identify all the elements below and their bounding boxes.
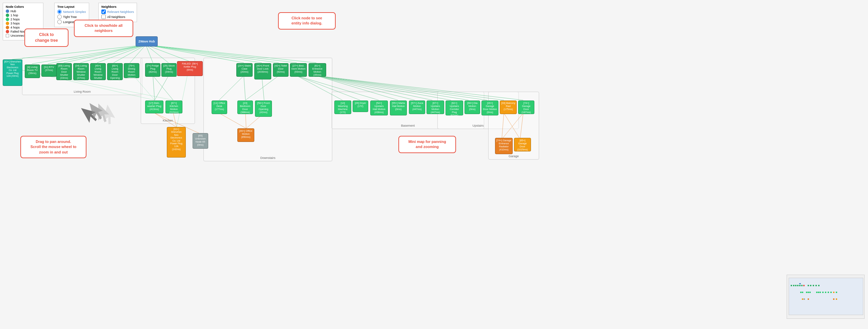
neighbors-all-cb[interactable] [101,15,106,19]
node-fridge[interactable]: [7+] FridgePlug(82ms) [145,63,160,77]
legend-3hops-label: 3 hops [11,22,20,25]
legend-3hops-dot [6,22,9,25]
connection-lines [0,0,868,329]
legend-4hops-label: 4 hops [11,26,20,29]
node-dishwasher[interactable]: [17] Dish-washer Plug(413ms) [145,100,163,113]
neighbors-panel: Neighbors Relevant Neighbors All Neighbo… [98,3,137,22]
node-staircase[interactable]: [24+] StaireCase(20ms) [236,63,253,77]
node-bedroom-motion[interactable]: [27+] Bed-room Motion(93ms) [290,63,307,77]
node-n65[interactable]: [65] LivingRoom DoorShutter(33ms) [56,63,72,80]
tree-option-tight[interactable]: Tight Tree [57,15,86,19]
neighbors-title: Neighbors [101,5,134,8]
tree-tight-label: Tight Tree [63,15,77,19]
legend-2hops: 2 hops [6,18,40,21]
legend-4hops-dot [6,26,9,29]
node-office-motion[interactable]: [46+] OfficeMotion(850ms) [237,128,254,142]
legend-1hop: 1 hop [6,14,40,17]
legend-title: Node Colors [6,5,40,8]
node-kitchen-motion[interactable]: [67+] KitchenMotion(313ms) [165,100,182,113]
callout-show-neighbors-text: Click to show/hide allneighbors [85,23,123,33]
node-n31[interactable]: [31] RTV(37ms) [41,65,57,77]
node-balcony[interactable]: [33] BalconyRad(175ms) [500,100,517,114]
legend-1hop-dot [6,14,9,17]
tree-radio-tight[interactable] [57,15,62,19]
tree-layout-title: Tree Layout [57,5,86,8]
legend-2hops-dot [6,18,9,21]
node-zuca[interactable]: [57+] ZucaMotion(447ms) [409,100,425,114]
main-canvas[interactable]: Living Room Kitchen Downstairs Basement … [0,0,868,329]
node-upstairs-hall[interactable]: [54+] UpstairsHall Motion(438ms) [370,100,388,115]
callout-entity-info-text: Click node to seeentity info dialog. [291,16,322,25]
node-garage-door-motion[interactable]: [20+] GarageDoor Motion(0ms) [481,100,498,115]
node-n45[interactable]: [45+] LivingRoomWindowShutter(37ms) [90,63,106,80]
legend-2hops-label: 2 hops [11,18,20,21]
tree-option-simplex[interactable]: Network Simplex [57,10,86,14]
neighbors-relevant-label: Relevant Neighbors [107,10,134,14]
callout-change-tree-text: Click tochange tree [35,32,58,43]
neighbors-relevant[interactable]: Relevant Neighbors [101,10,134,14]
legend-hub: Hub [6,10,40,13]
callout-mini-map-text: Mini map for panningand zooming [408,140,446,149]
tree-radio-simplex[interactable] [57,10,62,14]
room-label-garage: Garage [509,154,519,158]
node-garage-entrance[interactable]: [74+] GarageEntranceRadiator(410ms) [495,138,513,154]
node-toilet-door[interactable]: [42+] ToiletDoor(92ms) [273,63,289,77]
room-label-kitchen: Kitchen [163,119,173,122]
callout-change-tree: Click tochange tree [24,29,68,47]
tree-simplex-label: Network Simplex [63,10,86,14]
minimap[interactable] [787,275,865,319]
callout-mini-map: Mini map for panningand zooming [398,136,456,153]
node-garage-door2[interactable]: [65+] GarageDoor(1025ms) [514,138,531,151]
legend-hub-dot [6,10,9,13]
node-n79[interactable]: [79+] DiningRoomMotion(33ms) [124,63,139,78]
node-washing[interactable]: [10] WashingMachine(172) [334,100,351,114]
node-stove[interactable]: [25] StovePlug(34ms) [161,63,177,77]
node-dia-motion[interactable]: [66+] DiaMotion(0ms) [465,100,480,114]
node-shenzhen2[interactable]: [62+] ShenzhenNeoElectronicsCo. LtdPower… [167,127,186,158]
legend-3hops: 3 hops [6,22,40,25]
callout-entity-info: Click node to seeentity info dialog. [278,12,336,30]
node-garage-door[interactable]: [74+] GarageDoor(187ms) [518,100,534,114]
callout-drag-pan-text: Drag to pan around.Scroll the mouse whee… [31,140,77,154]
node-failed-kettle[interactable]: FAILED: [56+]Kettle Plug(0ms) [177,61,203,76]
neighbors-all[interactable]: All Neighbors [101,15,134,19]
node-marta-hall[interactable]: [55+] MartaHall Motion(0ms) [390,100,407,115]
legend-unconnected-square [6,34,9,37]
tree-radio-longest[interactable] [57,20,62,24]
callout-drag-pan: Drag to pan around.Scroll the mouse whee… [20,136,86,158]
node-n83[interactable]: [83+] ShenzhenNeoElectronicsCo. LtdPower… [3,59,22,86]
neighbors-all-label: All Neighbors [107,15,125,19]
room-label-basement: Basement [401,124,415,127]
node-n60[interactable]: [60+] LivingRoom DoorOpening(35ms) [107,63,123,80]
node-n34[interactable]: [34] LivingRoomWindowShutter(37ms) [73,63,89,80]
legend-failed-dot [6,30,9,33]
node-entrance-motion[interactable]: [61+] EntranceMotion(35ms) [309,63,326,77]
node-n4[interactable]: [4] LivingRoom TV(39ms) [25,65,40,78]
legend-hub-label: Hub [11,10,16,13]
node-front-door-lock[interactable]: [40+] FrontDoor Lock(2030ms) [254,63,271,79]
node-office-desk[interactable]: [11] OfficeDesk(177ms) [212,100,227,114]
node-dryer[interactable]: [26] Dryer(172) [353,100,368,112]
node-front-door-opening[interactable]: [58+] FrontDoorOpening(42ms) [255,100,272,117]
node-bedroom-door[interactable]: [23] BedroomDoor(388ms) [237,100,253,114]
node-upstairs-motion[interactable]: [67+] UpstairsMotion(447ms) [427,100,444,114]
room-label-living-room: Living Room [74,90,91,93]
callout-show-neighbors: Click to show/hide allneighbors [74,20,133,37]
node-upstairs-corridor[interactable]: [62+] UpstairsCorridor Plug(87ms) [446,100,463,115]
svg-line-0 [12,45,146,59]
room-label-downstairs: Downstairs [260,156,276,160]
room-label-upstairs: Upstairs [472,124,484,127]
node-unknown65[interactable]: [65] UnknownNode 65(0ms) [193,133,208,149]
neighbors-relevant-cb[interactable] [101,10,106,14]
legend-1hop-label: 1 hop [11,14,18,17]
hub-node[interactable]: ZWave Hub [136,36,158,47]
